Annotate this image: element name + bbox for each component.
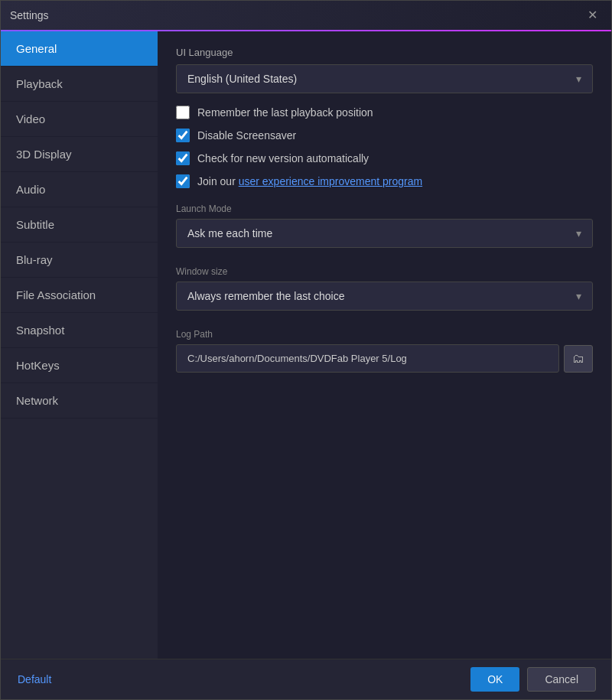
- chevron-down-icon: ▾: [576, 290, 581, 302]
- disable-screensaver-checkbox[interactable]: [176, 129, 190, 142]
- check-version-label: Check for new version automatically: [197, 152, 369, 164]
- sidebar-item-blu-ray[interactable]: Blu-ray: [1, 243, 158, 278]
- disable-screensaver-label: Disable Screensaver: [197, 129, 296, 142]
- checkbox-check-version: Check for new version automatically: [176, 151, 593, 165]
- sidebar-item-video[interactable]: Video: [1, 102, 158, 137]
- window-size-value: Always remember the last choice: [187, 290, 344, 302]
- title-bar: Settings ✕: [1, 1, 611, 31]
- close-button[interactable]: ✕: [583, 8, 602, 23]
- join-program-checkbox[interactable]: [176, 174, 190, 188]
- log-path-row: 🗂: [176, 344, 593, 373]
- sidebar-item-snapshot[interactable]: Snapshot: [1, 313, 158, 348]
- check-version-checkbox[interactable]: [176, 151, 190, 165]
- launch-mode-label: Launch Mode: [176, 197, 593, 214]
- checkbox-disable-screensaver: Disable Screensaver: [176, 129, 593, 142]
- ui-language-value: English (United States): [187, 73, 297, 85]
- chevron-down-icon: ▾: [576, 227, 581, 239]
- chevron-down-icon: ▾: [576, 73, 581, 85]
- ui-language-dropdown[interactable]: English (United States) ▾: [176, 64, 593, 93]
- window-size-dropdown[interactable]: Always remember the last choice ▾: [176, 282, 593, 311]
- window-size-label: Window size: [176, 260, 593, 277]
- default-button[interactable]: Default: [16, 669, 53, 690]
- footer-right: OK Cancel: [470, 667, 596, 692]
- dialog-content: General Playback Video 3D Display Audio …: [1, 31, 611, 659]
- settings-dialog: Settings ✕ General Playback Video 3D Dis…: [0, 0, 612, 700]
- remember-position-checkbox[interactable]: [176, 106, 190, 119]
- folder-icon: 🗂: [572, 352, 584, 365]
- sidebar-item-playback[interactable]: Playback: [1, 67, 158, 102]
- sidebar-item-subtitle[interactable]: Subtitle: [1, 207, 158, 243]
- log-path-input[interactable]: [176, 344, 559, 373]
- checkbox-join-program: Join our user experience improvement pro…: [176, 174, 593, 188]
- improvement-program-link[interactable]: user experience improvement program: [239, 175, 422, 187]
- launch-mode-dropdown[interactable]: Ask me each time ▾: [176, 219, 593, 248]
- cancel-button[interactable]: Cancel: [527, 667, 596, 692]
- sidebar-item-hotkeys[interactable]: HotKeys: [1, 348, 158, 383]
- main-panel: UI Language English (United States) ▾ Re…: [158, 31, 611, 659]
- log-path-label: Log Path: [176, 323, 593, 340]
- ok-button[interactable]: OK: [470, 667, 519, 692]
- join-program-label: Join our user experience improvement pro…: [197, 175, 422, 187]
- window-size-section: Window size Always remember the last cho…: [176, 260, 593, 311]
- log-path-section: Log Path 🗂: [176, 323, 593, 373]
- sidebar-item-network[interactable]: Network: [1, 383, 158, 418]
- ui-language-label: UI Language: [176, 47, 593, 58]
- footer: Default OK Cancel: [1, 659, 611, 699]
- checkbox-remember-position: Remember the last playback position: [176, 106, 593, 119]
- sidebar-item-file-association[interactable]: File Association: [1, 278, 158, 313]
- sidebar-item-general[interactable]: General: [1, 31, 158, 67]
- sidebar-item-3d-display[interactable]: 3D Display: [1, 137, 158, 172]
- sidebar: General Playback Video 3D Display Audio …: [1, 31, 158, 659]
- ui-language-section: UI Language English (United States) ▾: [176, 47, 593, 93]
- footer-left: Default: [16, 669, 53, 690]
- launch-mode-section: Launch Mode Ask me each time ▾: [176, 197, 593, 248]
- sidebar-item-audio[interactable]: Audio: [1, 172, 158, 207]
- launch-mode-value: Ask me each time: [187, 227, 272, 239]
- browse-button[interactable]: 🗂: [564, 345, 593, 373]
- remember-position-label: Remember the last playback position: [197, 106, 373, 119]
- dialog-title: Settings: [10, 9, 49, 21]
